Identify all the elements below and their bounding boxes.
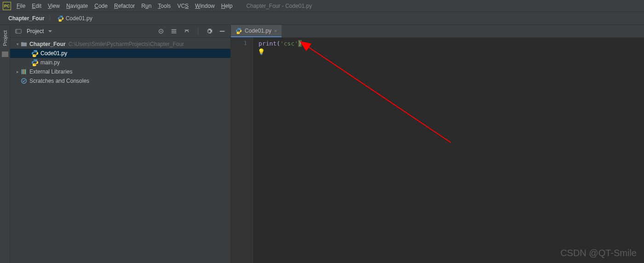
editor-gutter: 1 bbox=[231, 38, 253, 263]
editor-tab-label: Code01.py bbox=[245, 28, 271, 34]
code-line[interactable]: print('csc') bbox=[259, 40, 638, 48]
menu-view[interactable]: View bbox=[48, 3, 60, 9]
svg-rect-1 bbox=[16, 29, 17, 33]
tree-row-external-libraries[interactable]: External Libraries bbox=[10, 67, 230, 76]
editor-tab-bar: Code01.py × bbox=[231, 25, 644, 38]
tree-expand-arrow-icon[interactable] bbox=[15, 42, 20, 46]
project-panel: Project bbox=[10, 25, 231, 263]
python-file-icon bbox=[31, 59, 39, 66]
tool-window-bar-left: Project bbox=[0, 25, 10, 263]
svg-rect-6 bbox=[23, 69, 24, 74]
tree-path: C:\Users\Smile\PycharmProjects\Chapter_F… bbox=[69, 41, 184, 47]
pycharm-app-icon: PC bbox=[3, 2, 11, 10]
folder-icon bbox=[20, 40, 28, 48]
library-icon bbox=[20, 68, 28, 75]
python-file-icon bbox=[236, 28, 242, 34]
gear-icon[interactable] bbox=[206, 28, 213, 35]
tree-row-scratches[interactable]: Scratches and Consoles bbox=[10, 76, 230, 86]
tree-label: Chapter_Four bbox=[29, 41, 66, 47]
tree-label: Scratches and Consoles bbox=[29, 78, 89, 84]
breadcrumb-file[interactable]: Code01.py bbox=[55, 14, 95, 23]
select-opened-file-icon[interactable] bbox=[157, 28, 165, 35]
scratches-icon bbox=[20, 77, 28, 85]
svg-rect-5 bbox=[22, 69, 23, 74]
line-number: 1 bbox=[231, 40, 247, 46]
expand-all-icon[interactable] bbox=[170, 28, 178, 35]
menu-window[interactable]: Window bbox=[195, 3, 215, 9]
project-tool-tab[interactable]: Project bbox=[1, 28, 9, 49]
intention-bulb-icon[interactable]: 💡 bbox=[258, 48, 265, 56]
tree-row-project-root[interactable]: Chapter_Four C:\Users\Smile\PycharmProje… bbox=[10, 40, 230, 49]
breadcrumb-label: Code01.py bbox=[66, 15, 92, 22]
menu-file[interactable]: File bbox=[17, 3, 25, 9]
close-tab-icon[interactable]: × bbox=[274, 28, 277, 34]
tok-paren-open: ( bbox=[276, 40, 280, 47]
svg-point-3 bbox=[161, 30, 162, 32]
menu-items: File Edit View Navigate Code Refactor Ru… bbox=[17, 3, 232, 9]
project-view-icon bbox=[15, 28, 22, 35]
breadcrumb-project[interactable]: Chapter_Four bbox=[6, 14, 47, 23]
python-file-icon bbox=[58, 15, 64, 22]
editor-tab[interactable]: Code01.py × bbox=[231, 25, 282, 37]
menu-vcs[interactable]: VCS bbox=[177, 3, 189, 9]
menubar: PC File Edit View Navigate Code Refactor… bbox=[0, 0, 644, 12]
menu-code[interactable]: Code bbox=[94, 3, 108, 9]
breadcrumb-label: Chapter_Four bbox=[8, 15, 45, 22]
menu-run[interactable]: Run bbox=[141, 3, 151, 9]
tree-label: Code01.py bbox=[40, 50, 67, 57]
menu-edit[interactable]: Edit bbox=[32, 3, 41, 9]
tok-function: print bbox=[259, 40, 276, 47]
toolbar-divider bbox=[198, 28, 198, 35]
tree-label: main.py bbox=[40, 59, 60, 66]
code-content[interactable]: print('csc') 💡 bbox=[253, 38, 644, 263]
tok-paren-close: ) bbox=[298, 40, 302, 47]
project-panel-title[interactable]: Project bbox=[27, 28, 44, 34]
tree-label: External Libraries bbox=[29, 69, 72, 75]
collapse-all-icon[interactable] bbox=[183, 28, 190, 35]
chevron-down-icon[interactable] bbox=[48, 30, 52, 32]
structure-tool-icon[interactable] bbox=[2, 51, 8, 57]
tree-expand-arrow-icon[interactable] bbox=[15, 69, 20, 74]
tok-string: 'csc' bbox=[280, 40, 298, 47]
project-panel-header: Project bbox=[10, 25, 230, 38]
window-title: Chapter_Four - Code01.py bbox=[246, 3, 312, 9]
tree-row-file[interactable]: Code01.py bbox=[10, 49, 230, 58]
menu-refactor[interactable]: Refactor bbox=[114, 3, 135, 9]
menu-navigate[interactable]: Navigate bbox=[66, 3, 88, 9]
menu-help[interactable]: Help bbox=[221, 3, 233, 9]
svg-rect-4 bbox=[220, 31, 225, 32]
breadcrumb-bar: Chapter_Four 〉 Code01.py bbox=[0, 12, 644, 25]
tree-row-file[interactable]: main.py bbox=[10, 58, 230, 67]
project-tree: Chapter_Four C:\Users\Smile\PycharmProje… bbox=[10, 38, 230, 263]
svg-rect-7 bbox=[25, 69, 26, 74]
editor-area: Code01.py × 1 print('csc') 💡 bbox=[231, 25, 644, 263]
menu-tools[interactable]: Tools bbox=[158, 3, 171, 9]
hide-icon[interactable] bbox=[218, 28, 226, 35]
editor-body[interactable]: 1 print('csc') 💡 bbox=[231, 38, 644, 263]
python-file-icon bbox=[31, 50, 39, 57]
breadcrumb-separator: 〉 bbox=[48, 14, 54, 22]
